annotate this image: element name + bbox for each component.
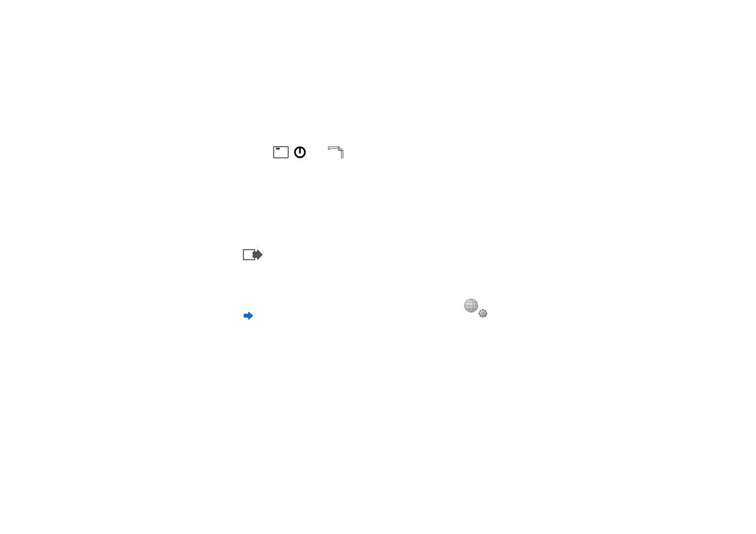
- power-icon: [293, 146, 307, 159]
- svg-rect-0: [274, 147, 288, 158]
- svg-rect-1: [276, 148, 280, 149]
- arrow-right-icon: [243, 311, 254, 321]
- page-fold-icon: [328, 146, 344, 158]
- eject-arrow-icon: [243, 248, 263, 261]
- memory-card-icon: [273, 146, 289, 158]
- top-icon-row: [273, 146, 344, 159]
- svg-point-15: [482, 312, 485, 315]
- globe-settings-icon: [463, 298, 488, 317]
